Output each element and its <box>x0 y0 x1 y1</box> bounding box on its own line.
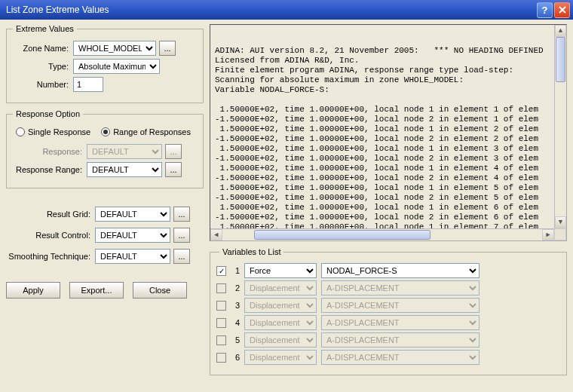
close-icon <box>559 6 566 14</box>
response-range-browse[interactable]: ... <box>165 162 182 177</box>
variable-row: 6DisplacementA-DISPLACEMENT <box>216 350 560 365</box>
scroll-down-icon[interactable]: ▼ <box>555 216 566 228</box>
response-browse: ... <box>165 144 182 159</box>
hscroll-thumb[interactable] <box>254 230 430 240</box>
variable-name-combo: A-DISPLACEMENT <box>321 315 480 330</box>
result-grid-combo[interactable]: DEFAULT <box>95 207 170 222</box>
zone-name-browse[interactable]: ... <box>159 41 176 56</box>
variable-index: 6 <box>231 353 240 362</box>
result-control-label: Result Control: <box>6 231 95 240</box>
extreme-values-group: Extreme Values Zone Name: WHOLE_MODEL ..… <box>6 24 204 103</box>
variable-index: 5 <box>231 335 240 345</box>
export-button[interactable]: Export... <box>69 282 124 299</box>
variable-category-combo: Displacement <box>244 298 317 313</box>
response-combo: DEFAULT <box>87 144 162 159</box>
scroll-right-icon[interactable]: ► <box>542 229 554 240</box>
variable-checkbox[interactable] <box>216 283 226 293</box>
variable-checkbox[interactable] <box>216 318 226 328</box>
variable-category-combo: Displacement <box>244 315 317 330</box>
type-label: Type: <box>13 62 73 71</box>
variable-row: 4DisplacementA-DISPLACEMENT <box>216 315 560 330</box>
variable-checkbox[interactable] <box>216 353 226 363</box>
result-grid-browse[interactable]: ... <box>173 207 190 222</box>
single-response-radio[interactable]: Single Response <box>16 127 90 136</box>
output-text: ADINA: AUI version 8.2, 21 November 2005… <box>210 43 566 235</box>
scroll-up-icon[interactable]: ▲ <box>555 25 566 37</box>
variable-name-combo: A-DISPLACEMENT <box>321 280 480 296</box>
vscroll-thumb[interactable] <box>556 37 565 82</box>
variable-row: 2DisplacementA-DISPLACEMENT <box>216 280 560 296</box>
variable-name-combo: A-DISPLACEMENT <box>321 298 480 313</box>
result-control-combo[interactable]: DEFAULT <box>95 228 170 243</box>
response-option-legend: Response Option <box>13 109 83 118</box>
variables-to-list-legend: Variables to List <box>219 247 283 256</box>
range-of-responses-label: Range of Responses <box>113 127 191 136</box>
smoothing-combo[interactable]: DEFAULT <box>95 249 170 264</box>
window-close-button[interactable] <box>554 2 570 18</box>
horizontal-scrollbar[interactable]: ◄ ► <box>210 228 554 240</box>
type-combo[interactable]: Absolute Maximum <box>73 59 160 74</box>
zone-name-combo[interactable]: WHOLE_MODEL <box>73 41 156 56</box>
range-of-responses-radio[interactable]: Range of Responses <box>101 127 191 136</box>
response-range-combo[interactable]: DEFAULT <box>87 162 162 177</box>
variable-category-combo: Displacement <box>244 280 317 296</box>
variable-checkbox[interactable] <box>216 301 226 311</box>
variable-category-combo: Displacement <box>244 332 317 348</box>
response-label: Response: <box>13 147 87 156</box>
variable-name-combo: A-DISPLACEMENT <box>321 332 480 348</box>
result-control-browse[interactable]: ... <box>173 228 190 243</box>
scroll-left-icon[interactable]: ◄ <box>210 229 222 240</box>
variable-row: ✓1ForceNODAL_FORCE-S <box>216 263 560 278</box>
variable-name-combo: A-DISPLACEMENT <box>321 350 480 365</box>
number-input[interactable] <box>73 77 103 92</box>
response-option-group: Response Option Single Response Range of… <box>6 109 204 188</box>
variable-category-combo: Displacement <box>244 350 317 365</box>
variable-checkbox[interactable] <box>216 335 226 345</box>
variable-index: 1 <box>231 266 240 275</box>
variable-index: 4 <box>231 318 240 327</box>
response-range-label: Response Range: <box>13 165 87 174</box>
smoothing-browse[interactable]: ... <box>173 249 190 264</box>
variable-index: 2 <box>231 283 240 292</box>
help-button[interactable]: ? <box>537 2 553 18</box>
variable-row: 3DisplacementA-DISPLACEMENT <box>216 298 560 313</box>
output-area: ADINA: AUI version 8.2, 21 November 2005… <box>210 24 567 241</box>
variable-category-combo[interactable]: Force <box>244 263 317 278</box>
single-response-label: Single Response <box>28 127 90 136</box>
close-button[interactable]: Close <box>133 282 187 299</box>
variable-row: 5DisplacementA-DISPLACEMENT <box>216 332 560 348</box>
vertical-scrollbar[interactable]: ▲ ▼ <box>554 25 566 228</box>
variable-checkbox[interactable]: ✓ <box>216 266 226 276</box>
variable-index: 3 <box>231 301 240 310</box>
dialog-title: List Zone Extreme Values <box>6 5 537 15</box>
extreme-values-legend: Extreme Values <box>13 24 77 33</box>
variables-to-list-group: Variables to List ✓1ForceNODAL_FORCE-S2D… <box>210 247 567 375</box>
zone-name-label: Zone Name: <box>13 44 73 53</box>
number-label: Number: <box>13 80 73 89</box>
result-grid-label: Result Grid: <box>6 210 95 219</box>
scroll-corner <box>554 228 566 240</box>
titlebar: List Zone Extreme Values ? <box>0 0 573 20</box>
smoothing-label: Smoothing Technique: <box>6 252 95 261</box>
variable-name-combo[interactable]: NODAL_FORCE-S <box>321 263 480 278</box>
apply-button[interactable]: Apply <box>6 282 60 299</box>
